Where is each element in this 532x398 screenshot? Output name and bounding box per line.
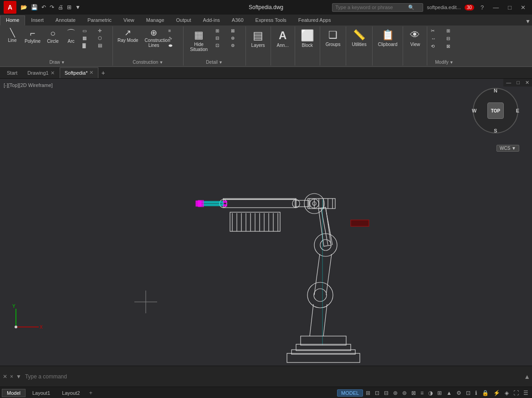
draw-dropdown-icon[interactable]: ▼ <box>61 60 65 65</box>
ray-mode-button[interactable]: ↗ Ray Mode <box>115 27 141 44</box>
canvas-viewport[interactable]: [-][Top][2D Wireframe] — □ ✕ <box>0 79 532 366</box>
new-tab-button[interactable]: + <box>98 68 107 77</box>
close-button[interactable]: ✕ <box>518 3 528 12</box>
units-toggle[interactable]: ⊡ <box>464 389 472 397</box>
qa-customize[interactable]: ▼ <box>74 3 82 11</box>
selection-toggle[interactable]: ⊞ <box>435 389 444 397</box>
groups-button[interactable]: ❑ Groups <box>322 27 344 49</box>
line-button[interactable]: ╲ Line <box>4 27 21 44</box>
help-button[interactable]: ? <box>478 3 486 12</box>
add-layout-button[interactable]: + <box>87 389 95 397</box>
move-button[interactable]: ✛ <box>96 27 111 34</box>
region-button[interactable]: ⬡ <box>96 35 111 41</box>
circle-button[interactable]: ○ Circle <box>44 27 61 45</box>
block-button[interactable]: ⬜ Block <box>297 27 318 50</box>
clipboard-button[interactable]: 📋 Clipboard <box>374 27 401 49</box>
hatch-button[interactable]: ▦ <box>81 35 95 41</box>
construction-lines-button[interactable]: ⊕ Construction Lines <box>142 27 166 49</box>
qa-undo2[interactable]: ⊞ <box>66 3 73 11</box>
cmd-settings[interactable]: ▼ <box>15 372 22 381</box>
tab-express[interactable]: Express Tools <box>250 15 292 26</box>
qa-save[interactable]: 💾 <box>30 3 39 11</box>
tab-home[interactable]: Home <box>0 15 25 26</box>
detail-btn4[interactable]: ⊠ <box>229 27 244 34</box>
transparency-toggle[interactable]: ◑ <box>426 389 435 397</box>
tab-annotate[interactable]: Annotate <box>50 15 82 26</box>
tab-softpedia-close[interactable]: ✕ <box>89 70 93 76</box>
qa-print[interactable]: 🖨 <box>56 3 65 11</box>
detail-btn6[interactable]: ⊚ <box>229 42 244 49</box>
tab-a360[interactable]: A360 <box>226 15 250 26</box>
tab-addins[interactable]: Add-ins <box>197 15 226 26</box>
table-button[interactable]: ▤ <box>96 42 111 49</box>
gradient-button[interactable]: ▓ <box>81 42 95 49</box>
detail-btn5[interactable]: ⊛ <box>229 35 244 41</box>
layers-button[interactable]: ▤ Layers <box>248 27 269 50</box>
quickprop-toggle[interactable]: ℹ <box>473 389 479 397</box>
wcs-label[interactable]: WCS ▼ <box>496 145 519 152</box>
annotation-button[interactable]: A Ann... <box>273 27 293 50</box>
cmd-scroll[interactable]: ▲ <box>524 373 530 380</box>
modify-btn2[interactable]: ↔ <box>429 35 444 42</box>
detail-btn2[interactable]: ⊟ <box>214 35 228 41</box>
hardware-accel[interactable]: ⚡ <box>491 389 502 397</box>
isolate-toggle[interactable]: ◈ <box>503 389 511 397</box>
workspace-toggle[interactable]: ⚙ <box>455 389 463 397</box>
ellipse-button[interactable]: ⬬ <box>167 42 181 49</box>
detail-group-label[interactable]: Detail ▼ <box>206 59 223 66</box>
tab-manage[interactable]: Manage <box>140 15 170 26</box>
cmd-expand[interactable]: × <box>9 372 14 381</box>
annotscale-toggle[interactable]: ▲ <box>445 389 454 397</box>
autocad-logo[interactable]: A <box>4 1 16 14</box>
multiline-button[interactable]: ≡ <box>167 27 181 34</box>
hide-situation-button[interactable]: ▦ Hide Situation <box>185 27 213 54</box>
snap-toggle[interactable]: ⊡ <box>373 389 381 397</box>
otrack-toggle[interactable]: ⊠ <box>409 389 418 397</box>
ortho-toggle[interactable]: ⊟ <box>382 389 390 397</box>
qa-open[interactable]: 📂 <box>19 3 29 11</box>
modify-group-label[interactable]: Modify ▼ <box>435 59 453 66</box>
view-button[interactable]: 👁 View <box>405 27 425 49</box>
tab-drawing1-close[interactable]: ✕ <box>51 70 55 76</box>
search-box[interactable]: 🔍 <box>332 3 423 12</box>
qa-redo[interactable]: ↷ <box>48 3 56 11</box>
lock-icon[interactable]: 🔒 <box>480 389 491 397</box>
model-status-btn[interactable]: MODEL <box>337 389 363 397</box>
modify-btn6[interactable]: ⊠ <box>445 43 459 50</box>
layout1-tab[interactable]: Layout1 <box>27 389 55 397</box>
tab-insert[interactable]: Insert <box>25 15 50 26</box>
qa-undo[interactable]: ↶ <box>40 3 47 11</box>
customization-btn[interactable]: ☰ <box>522 389 530 397</box>
osnap-toggle[interactable]: ⊚ <box>400 389 409 397</box>
utilities-button[interactable]: 📏 Utilities <box>348 27 370 49</box>
tab-start[interactable]: Start <box>2 67 22 78</box>
tab-drawing1[interactable]: Drawing1 ✕ <box>22 67 59 78</box>
minimize-button[interactable]: — <box>490 3 501 12</box>
construction-group-label[interactable]: Construction ▼ <box>133 59 163 66</box>
compass-top-button[interactable]: TOP <box>487 102 504 119</box>
search-input[interactable] <box>335 5 408 10</box>
command-input-area[interactable] <box>22 373 524 380</box>
rectangle-button[interactable]: ▭ <box>81 27 95 34</box>
polar-toggle[interactable]: ⊛ <box>391 389 399 397</box>
polyline-button[interactable]: ⌐ Polyline <box>22 27 43 45</box>
grid-toggle[interactable]: ⊞ <box>364 389 372 397</box>
model-tab[interactable]: Model <box>2 389 26 397</box>
user-label[interactable]: softpedia.edit... <box>427 5 461 10</box>
command-input[interactable] <box>25 373 521 380</box>
arc-button[interactable]: ⌒ Arc <box>62 27 80 45</box>
construction-dropdown-icon[interactable]: ▼ <box>159 60 163 65</box>
tab-parametric[interactable]: Parametric <box>82 15 118 26</box>
modify-btn4[interactable]: ⊞ <box>445 27 459 34</box>
modify-btn1[interactable]: ✂ <box>429 27 444 34</box>
modify-btn3[interactable]: ⟲ <box>429 43 444 50</box>
tab-output[interactable]: Output <box>170 15 197 26</box>
draw-group-label[interactable]: Draw ▼ <box>49 59 65 66</box>
lineweight-toggle[interactable]: ≡ <box>419 389 425 397</box>
fullscreen-toggle[interactable]: ⛶ <box>512 389 521 397</box>
ribbon-overflow[interactable]: ▼ <box>524 17 532 26</box>
spline-button[interactable]: ∿ <box>167 35 181 41</box>
maximize-button[interactable]: □ <box>505 3 514 12</box>
detail-dropdown-icon[interactable]: ▼ <box>219 60 223 65</box>
detail-btn3[interactable]: ⊡ <box>214 42 228 49</box>
